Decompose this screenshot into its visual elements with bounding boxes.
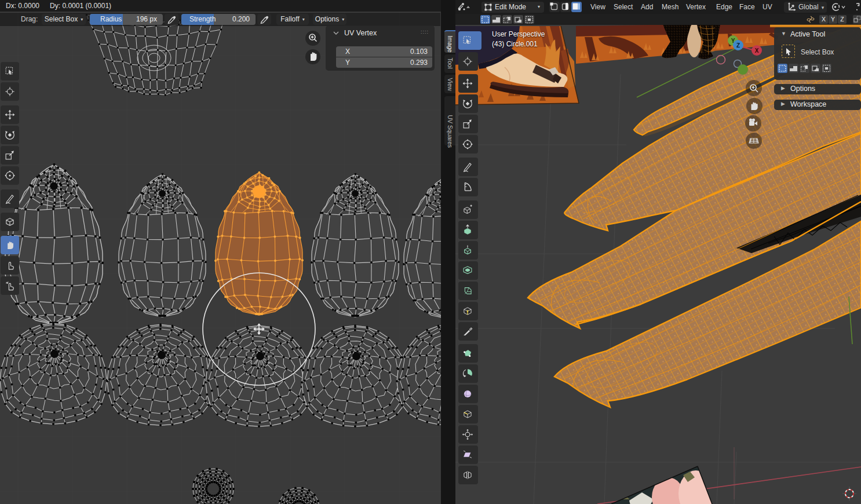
- svg-text:X: X: [755, 48, 759, 54]
- svg-text:Z: Z: [736, 42, 740, 49]
